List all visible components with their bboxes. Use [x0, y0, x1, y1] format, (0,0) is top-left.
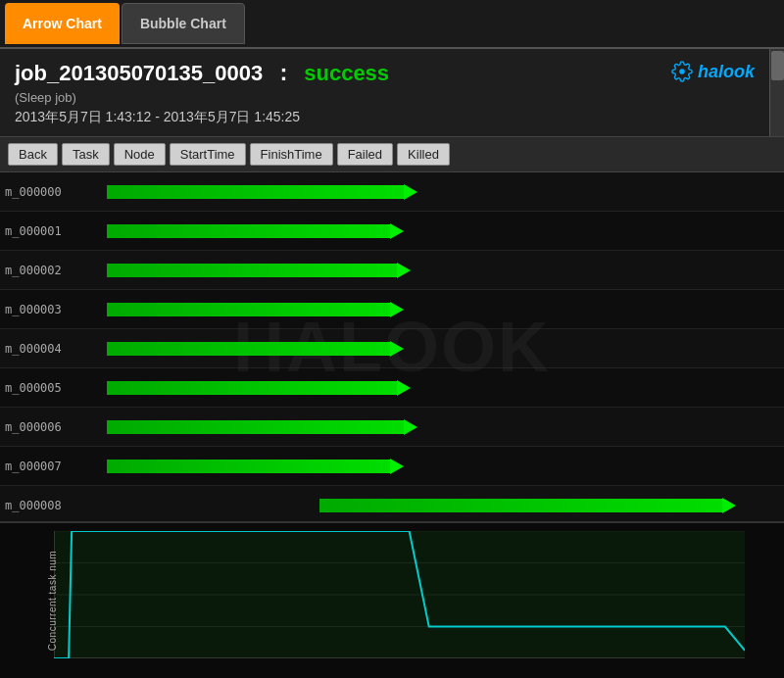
toolbar: Back Task Node StartTime FinishTime Fail… — [0, 137, 784, 172]
arrow-head-icon — [722, 498, 736, 513]
arrow-head-icon — [390, 341, 404, 357]
back-button[interactable]: Back — [8, 143, 58, 166]
table-row: m_000006 — [0, 408, 784, 447]
job-info-panel: job_201305070135_0003 ： success (Sleep j… — [0, 49, 784, 137]
task-button[interactable]: Task — [62, 143, 110, 166]
table-row: m_000003 — [0, 290, 784, 329]
arrow-bar — [107, 185, 404, 199]
job-subtitle: (Sleep job) — [15, 90, 769, 105]
row-label: m_000007 — [5, 460, 72, 473]
job-id: job_201305070135_0003 — [15, 61, 263, 86]
row-label: m_000005 — [5, 381, 72, 395]
arrow-head-icon — [404, 419, 417, 435]
failed-button[interactable]: Failed — [337, 143, 393, 166]
table-row: m_000008 — [0, 486, 784, 521]
halook-logo: halook — [671, 61, 755, 82]
arrow-chart[interactable]: HALOOK m_000000m_000001m_000002m_000003m… — [0, 172, 784, 521]
arrow-bar-container — [72, 368, 779, 407]
arrow-bar-container — [72, 408, 779, 446]
table-row: m_000007 — [0, 447, 784, 486]
row-label: m_000003 — [5, 303, 72, 316]
arrow-head-icon — [390, 302, 404, 317]
logo-text: halook — [698, 62, 755, 82]
row-label: m_000006 — [5, 420, 72, 434]
row-label: m_000002 — [5, 264, 72, 277]
arrow-head-icon — [397, 380, 411, 396]
arrow-bar-container — [72, 172, 779, 211]
arrow-bar — [107, 264, 397, 277]
arrow-chart-container: HALOOK m_000000m_000001m_000002m_000003m… — [0, 172, 784, 521]
tab-arrow-chart[interactable]: Arrow Chart — [5, 3, 120, 44]
arrow-bar — [107, 381, 397, 395]
job-status: success — [304, 61, 389, 86]
arrow-head-icon — [404, 184, 417, 200]
info-scrollbar-thumb — [771, 51, 784, 80]
y-axis-label: Concurrent task num — [47, 551, 58, 651]
info-scrollbar[interactable] — [769, 49, 784, 136]
arrow-bar — [107, 224, 390, 238]
arrow-bar — [319, 499, 723, 512]
arrow-head-icon — [390, 223, 404, 239]
finishtime-button[interactable]: FinishTime — [250, 143, 333, 166]
node-button[interactable]: Node — [114, 143, 166, 166]
arrow-bar — [107, 303, 390, 316]
table-row: m_000001 — [0, 212, 784, 251]
arrow-head-icon — [397, 263, 411, 278]
arrow-bar-container — [72, 447, 779, 485]
job-title: job_201305070135_0003 ： success — [15, 59, 769, 88]
arrow-bar-container — [72, 212, 779, 250]
arrow-bar-container — [72, 251, 779, 289]
row-label: m_000001 — [5, 224, 72, 238]
row-label: m_000000 — [5, 185, 72, 199]
row-label: m_000008 — [5, 499, 72, 512]
row-label: m_000004 — [5, 342, 72, 356]
job-colon: ： — [272, 59, 294, 88]
table-row: m_000000 — [0, 172, 784, 212]
bottom-concurrent-chart: Concurrent task num 0246801:43:3001:4401… — [0, 521, 784, 678]
table-row: m_000004 — [0, 329, 784, 368]
arrow-bar-container — [72, 290, 779, 328]
arrow-bar — [107, 342, 390, 356]
table-row: m_000005 — [0, 368, 784, 408]
killed-button[interactable]: Killed — [397, 143, 450, 166]
job-time-range: 2013年5月7日 1:43:12 - 2013年5月7日 1:45:25 — [15, 109, 769, 126]
arrow-bar — [107, 420, 404, 434]
arrow-bar — [107, 460, 390, 473]
concurrent-chart-svg: 0246801:43:3001:4401:44:3001:45 — [54, 531, 745, 658]
tab-bar: Arrow Chart Bubble Chart — [0, 0, 784, 49]
table-row: m_000002 — [0, 251, 784, 290]
gear-icon — [671, 61, 693, 82]
svg-point-0 — [679, 69, 685, 74]
main-content: job_201305070135_0003 ： success (Sleep j… — [0, 49, 784, 678]
tab-bubble-chart[interactable]: Bubble Chart — [122, 3, 245, 44]
arrow-head-icon — [390, 459, 404, 474]
starttime-button[interactable]: StartTime — [170, 143, 246, 166]
arrow-bar-container — [72, 329, 779, 367]
arrow-bar-container — [72, 486, 779, 521]
